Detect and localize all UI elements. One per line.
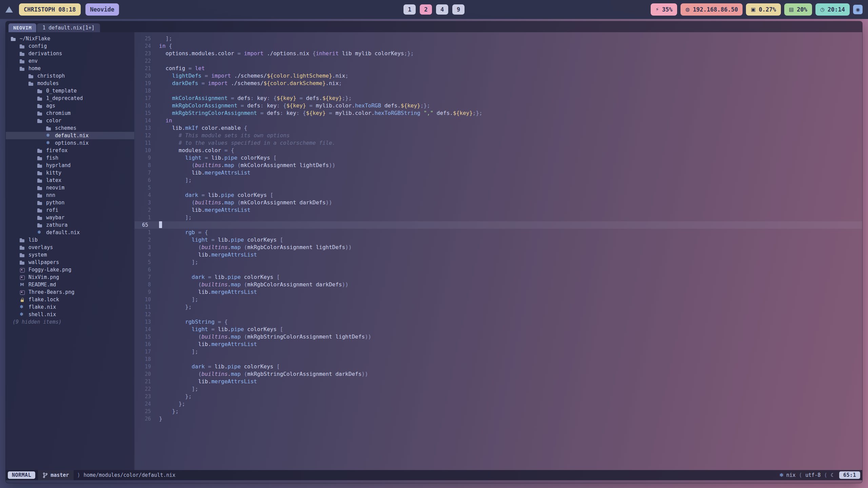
code-line[interactable]: 1 ]; — [135, 214, 862, 221]
code-line[interactable]: 13 lib.mkIf color.enable { — [135, 124, 862, 132]
code-line[interactable]: 1 rgb = { — [135, 229, 862, 236]
workspace-button-2[interactable]: 2 — [420, 4, 432, 15]
code-line[interactable]: 3 (builtins.map (mkColorAssignment darkD… — [135, 199, 862, 206]
tree-item-three-bears-png[interactable]: Three-Bears.png — [6, 288, 134, 296]
code-line[interactable]: 18 — [135, 87, 862, 95]
tree-item-default-nix[interactable]: default.nix — [6, 229, 134, 236]
tree-item-system[interactable]: system — [6, 251, 134, 259]
tree-item-modules[interactable]: modules — [6, 80, 134, 87]
tree-item-schemes[interactable]: schemes — [6, 124, 134, 132]
code-line[interactable]: 13 rgbString = { — [135, 318, 862, 326]
tree-item-shell-nix[interactable]: shell.nix — [6, 311, 134, 318]
code-line[interactable]: 23 options.modules.color = import ./opti… — [135, 50, 862, 57]
code-line[interactable]: 6 ]; — [135, 177, 862, 184]
tree-item-options-nix[interactable]: options.nix — [6, 139, 134, 147]
network-badge[interactable]: ◍192.168.86.50 — [680, 3, 743, 16]
tree-item-python[interactable]: python — [6, 199, 134, 206]
code-line[interactable]: 23 }; — [135, 393, 862, 400]
code-line[interactable]: 20 lightDefs = import ./schemes/${color.… — [135, 72, 862, 80]
tree-item-zathura[interactable]: zathura — [6, 221, 134, 229]
code-line[interactable]: 4 dark = lib.pipe colorKeys [ — [135, 191, 862, 199]
tree-item-flake-nix[interactable]: flake.nix — [6, 303, 134, 311]
code-line[interactable]: 25 ]; — [135, 35, 862, 42]
code-line[interactable]: 2 lib.mergeAttrsList — [135, 206, 862, 214]
tree-item-kitty[interactable]: kitty — [6, 169, 134, 177]
code-line[interactable]: 24in { — [135, 42, 862, 50]
code-line[interactable]: 21 lib.mergeAttrsList — [135, 378, 862, 385]
tree-item-hyprland[interactable]: hyprland — [6, 162, 134, 169]
tree-item-0-template[interactable]: 0_template — [6, 87, 134, 95]
tree-item-default-nix[interactable]: default.nix — [6, 132, 134, 139]
code-line[interactable]: 18 — [135, 355, 862, 363]
clock-badge[interactable]: ◷20:14 — [815, 3, 850, 16]
code-line[interactable]: 9 light = lib.pipe colorKeys [ — [135, 154, 862, 162]
code-line[interactable]: 11 }; — [135, 303, 862, 311]
editor-buffer[interactable]: 25 ];24in {23 options.modules.color = im… — [135, 32, 862, 470]
code-line[interactable]: 8 (builtins.map (mkColorAssignment light… — [135, 162, 862, 169]
code-line[interactable]: 17 ]; — [135, 348, 862, 355]
code-line[interactable]: 16 mkRgbColorAssignment = defs: key: {${… — [135, 102, 862, 109]
code-line[interactable]: 22 — [135, 57, 862, 65]
tree-item-foggy-lake-png[interactable]: Foggy-Lake.png — [6, 266, 134, 273]
code-line[interactable]: 7 dark = lib.pipe colorKeys [ — [135, 273, 862, 281]
tree-item-christoph[interactable]: christoph — [6, 72, 134, 80]
tray-icon[interactable]: ◉ — [853, 5, 863, 14]
code-line[interactable]: 14 in — [135, 117, 862, 124]
code-line[interactable]: 19 darkDefs = import ./schemes/${color.d… — [135, 80, 862, 87]
code-line[interactable]: 12 # This module sets its own options — [135, 132, 862, 139]
tree-item-readme-md[interactable]: README.md — [6, 281, 134, 288]
tree-item--nixflake[interactable]: ~/NixFlake — [6, 35, 134, 42]
tree-item-1-deprecated[interactable]: 1_deprecated — [6, 95, 134, 102]
code-line[interactable]: 2 light = lib.pipe colorKeys [ — [135, 236, 862, 244]
code-line[interactable]: 11 # to the values specified in a colors… — [135, 139, 862, 147]
code-line[interactable]: 25 }; — [135, 408, 862, 415]
workspace-button-1[interactable]: 1 — [403, 4, 416, 15]
code-line[interactable]: 5 — [135, 184, 862, 191]
workspace-button-4[interactable]: 4 — [436, 4, 448, 15]
code-line[interactable]: 10 modules.color = { — [135, 147, 862, 154]
code-line[interactable]: 4 lib.mergeAttrsList — [135, 251, 862, 259]
tree-item-derivations[interactable]: derivations — [6, 50, 134, 57]
cpu-badge[interactable]: ▣0.27% — [746, 3, 781, 16]
code-line[interactable]: 14 light = lib.pipe colorKeys [ — [135, 326, 862, 333]
code-line[interactable]: 12 — [135, 311, 862, 318]
code-line[interactable]: 24 }; — [135, 400, 862, 408]
tree-item-config[interactable]: config — [6, 42, 134, 50]
tree-item-neovim[interactable]: neovim — [6, 184, 134, 191]
code-line[interactable]: 9 lib.mergeAttrsList — [135, 288, 862, 296]
code-line[interactable]: 15 mkRgbStringColorAssignment = defs: ke… — [135, 109, 862, 117]
tree-item-ags[interactable]: ags — [6, 102, 134, 109]
code-line[interactable]: 21 config = let — [135, 65, 862, 72]
code-line[interactable]: 5 ]; — [135, 259, 862, 266]
tree-item-overlays[interactable]: overlays — [6, 244, 134, 251]
tree-item-color[interactable]: color — [6, 117, 134, 124]
code-line[interactable]: 15 (builtins.map (mkRgbStringColorAssign… — [135, 333, 862, 341]
code-line[interactable]: 22 ]; — [135, 385, 862, 393]
battery-badge[interactable]: ⚡35% — [651, 3, 677, 16]
cursor-line[interactable]: 65 — [135, 221, 862, 229]
tab-default-nix[interactable]: 1 default.nix[1+] — [37, 23, 100, 32]
code-line[interactable]: 6 — [135, 266, 862, 273]
tree-item-latex[interactable]: latex — [6, 177, 134, 184]
tree-item-wallpapers[interactable]: wallpapers — [6, 259, 134, 266]
memory-badge[interactable]: ▤20% — [784, 3, 812, 16]
tree-item-nnn[interactable]: nnn — [6, 191, 134, 199]
tree-item-home[interactable]: home — [6, 65, 134, 72]
code-line[interactable]: 16 lib.mergeAttrsList — [135, 341, 862, 348]
workspace-button-9[interactable]: 9 — [452, 4, 465, 15]
tree-item-flake-lock[interactable]: flake.lock — [6, 296, 134, 303]
tree-item-waybar[interactable]: waybar — [6, 214, 134, 221]
code-line[interactable]: 20 (builtins.map (mkRgbStringColorAssign… — [135, 370, 862, 378]
tree-item-chromium[interactable]: chromium — [6, 109, 134, 117]
launcher-icon[interactable] — [5, 6, 13, 13]
tree-item-lib[interactable]: lib — [6, 236, 134, 244]
tree-item-nixvim-png[interactable]: NixVim.png — [6, 273, 134, 281]
tree-item-rofi[interactable]: rofi — [6, 206, 134, 214]
code-line[interactable]: 3 (builtins.map (mkRgbColorAssignment li… — [135, 244, 862, 251]
tree-item-firefox[interactable]: firefox — [6, 147, 134, 154]
code-line[interactable]: 17 mkColorAssignment = defs: key: {${key… — [135, 95, 862, 102]
code-line[interactable]: 10 ]; — [135, 296, 862, 303]
tree-item-env[interactable]: env — [6, 57, 134, 65]
code-line[interactable]: 26} — [135, 415, 862, 423]
code-line[interactable]: 7 lib.mergeAttrsList — [135, 169, 862, 177]
